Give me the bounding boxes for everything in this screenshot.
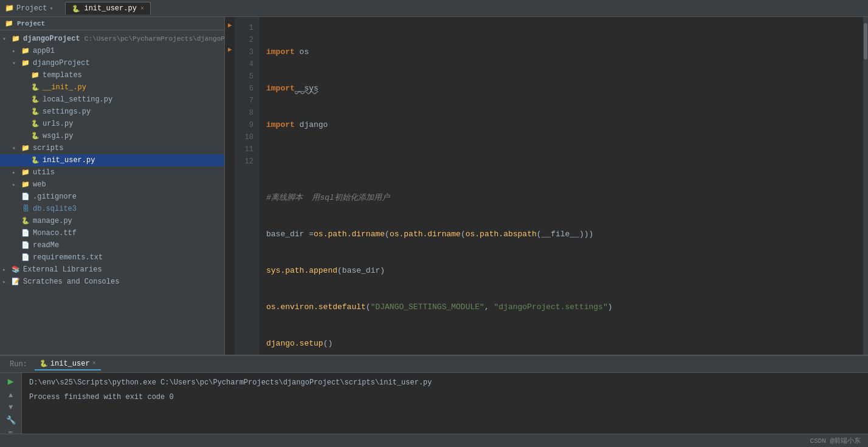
tab-close-button[interactable]: ×: [140, 5, 144, 12]
tree-item-scripts[interactable]: ▾ 📁 scripts: [0, 142, 224, 154]
tree-item-templates[interactable]: 📁 templates: [0, 69, 224, 81]
run-tab-bar: Run: 🐍 init_user ×: [0, 356, 868, 373]
line-num-6: 6: [239, 83, 253, 95]
tree-item-djangoproject-root[interactable]: ▾ 📁 djangoProject C:\Users\pc\PycharmPro…: [0, 33, 224, 45]
gutter-6: [225, 83, 235, 95]
tree-item-monaco[interactable]: 📄 Monaco.ttf: [0, 227, 224, 239]
tree-label-djangoproject-root: djangoProject C:\Users\pc\PycharmProject…: [23, 35, 224, 43]
code-line-9: django.setup(): [266, 338, 856, 350]
status-bar: CSDN @前端小东: [0, 434, 868, 447]
run-label: Run:: [5, 359, 32, 370]
tree-item-external-libraries[interactable]: ▸ 📚 External Libraries: [0, 264, 224, 276]
arrow-external-libs: ▸: [2, 266, 11, 273]
tree-item-wsgi[interactable]: 🐍 wsgi.py: [0, 130, 224, 142]
main-area: 📁 Project ▾ 📁 djangoProject C:\Users\pc\…: [0, 17, 868, 355]
tree-label-wsgi: wsgi.py: [43, 132, 73, 140]
tree-item-requirements[interactable]: 📄 requirements.txt: [0, 251, 224, 264]
gutter-7: [225, 95, 235, 107]
arrow-djangoproject-root: ▾: [2, 35, 11, 43]
arrow-djangoproject-inner: ▾: [12, 60, 21, 67]
tree-label-settings: settings.py: [43, 107, 91, 116]
code-editor[interactable]: import os import__sys import django #离线脚…: [259, 17, 863, 355]
exit-text: Process finished with exit code 0: [29, 393, 174, 401]
run-down-button[interactable]: ▼: [4, 403, 18, 412]
tree-label-templates: templates: [43, 71, 82, 80]
py-icon-urls: 🐍: [30, 119, 40, 129]
code-line-8: os.environ.setdefault("DJANGO_SETTINGS_M…: [266, 301, 856, 313]
tab-py-icon: 🐍: [72, 5, 80, 13]
gutter-markers: ► ►: [225, 17, 235, 355]
tree-item-db-sqlite3[interactable]: 🗄 db.sqlite3: [0, 203, 224, 215]
tab-bar: 🐍 init_user.py ×: [65, 2, 150, 15]
line-num-9: 9: [239, 119, 253, 131]
project-dropdown-icon[interactable]: ▾: [49, 5, 53, 12]
tree-item-urls[interactable]: 🐍 urls.py: [0, 118, 224, 130]
editor-scrollbar[interactable]: [863, 17, 868, 355]
tree-label-utils: utils: [33, 168, 55, 177]
tree-item-local-setting[interactable]: 🐍 local_setting.py: [0, 94, 224, 106]
line-num-7: 7: [239, 95, 253, 107]
tree-item-init-user[interactable]: 🐍 init_user.py: [0, 154, 224, 166]
gutter-8: [225, 107, 235, 119]
tree-item-gitignore[interactable]: 📄 .gitignore: [0, 191, 224, 203]
tree-item-djangoproject-inner[interactable]: ▾ 📁 djangoProject: [0, 57, 224, 69]
run-tab-close[interactable]: ×: [92, 360, 96, 367]
py-icon-settings: 🐍: [30, 107, 40, 117]
tab-label: init_user.py: [84, 4, 136, 13]
run-content: ▶ ▲ ▼ 🔧 ≡ ⇅ D:\env\s25\Scripts\python.ex…: [0, 373, 868, 434]
gutter-1: ►: [225, 22, 235, 34]
tree-label-djangoproject-inner: djangoProject: [33, 59, 90, 67]
arrow-scratches: ▸: [2, 278, 11, 285]
folder-icon-djangoproject-inner: 📁: [21, 58, 30, 68]
tree-label-app01: app01: [33, 47, 55, 55]
tree-item-utils[interactable]: ▸ 📁 utils: [0, 166, 224, 179]
arrow-utils: ▸: [12, 169, 21, 176]
py-icon-wsgi: 🐍: [30, 131, 40, 141]
tree-item-web[interactable]: ▸ 📁 web: [0, 179, 224, 191]
scratch-icon: 📝: [11, 277, 21, 287]
tree-label-web: web: [33, 180, 46, 189]
tree-label-init-user: init_user.py: [43, 156, 95, 165]
run-play-button[interactable]: ▶: [4, 375, 18, 387]
run-pin-button[interactable]: ≡: [4, 429, 18, 434]
watermark-text: CSDN @前端小东: [810, 436, 861, 445]
tree-item-settings[interactable]: 🐍 settings.py: [0, 106, 224, 118]
code-line-3: import django: [266, 119, 856, 131]
tree-item-app01[interactable]: ▸ 📁 app01: [0, 45, 224, 57]
libs-icon: 📚: [11, 265, 21, 275]
line-numbers: 1 2 3 4 5 6 7 8 9 10 11 12: [235, 17, 259, 355]
tree-label-monaco: Monaco.ttf: [33, 229, 77, 237]
run-tab-label: init_user: [50, 360, 90, 368]
project-label: 📁 Project ▾: [5, 4, 53, 13]
tree-item-scratches[interactable]: ▸ 📝 Scratches and Consoles: [0, 276, 224, 288]
tree-item-manage[interactable]: 🐍 manage.py: [0, 215, 224, 227]
line-num-12: 12: [239, 155, 253, 168]
code-line-4: [266, 155, 856, 168]
tree-label-requirements: requirements.txt: [33, 253, 103, 262]
gutter-3: ►: [225, 46, 235, 58]
file-icon-monaco: 📄: [21, 228, 30, 238]
code-view[interactable]: ► ► 1 2 3 4 5 6 7: [225, 17, 868, 355]
run-up-button[interactable]: ▲: [4, 391, 18, 400]
tree-label-scratches: Scratches and Consoles: [23, 278, 119, 286]
folder-icon-templates: 📁: [30, 70, 40, 80]
editor-tab-init-user[interactable]: 🐍 init_user.py ×: [65, 2, 150, 15]
code-line-1: import os: [266, 46, 856, 58]
gutter-12: [225, 155, 235, 168]
code-line-7: sys.path.append(base_dir): [266, 265, 856, 277]
folder-icon-djangoproject-root: 📁: [11, 34, 21, 44]
tree-label-scripts: scripts: [33, 144, 63, 152]
tree-item-readme[interactable]: 📄 readMe: [0, 239, 224, 251]
sidebar-title: Project: [17, 20, 45, 27]
file-icon-gitignore: 📄: [21, 192, 30, 202]
run-wrench-button[interactable]: 🔧: [4, 415, 18, 425]
folder-icon-utils: 📁: [21, 168, 30, 177]
tree-item-init-py[interactable]: 🐍 __init_.py: [0, 81, 224, 94]
tree-label-urls: urls.py: [43, 120, 73, 128]
console-exit-line: Process finished with exit code 0: [29, 391, 861, 403]
run-tab-init-user[interactable]: 🐍 init_user ×: [35, 358, 101, 370]
line-num-2: 2: [239, 34, 253, 46]
run-tab-icon: 🐍: [40, 360, 48, 367]
scrollbar-thumb: [864, 23, 867, 60]
folder-icon-app01: 📁: [21, 46, 30, 56]
